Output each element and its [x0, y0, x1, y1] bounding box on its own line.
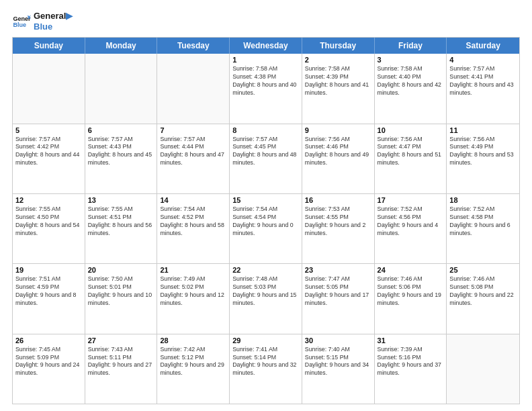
- cell-info: Sunrise: 7:56 AM Sunset: 4:47 PM Dayligh…: [378, 136, 444, 168]
- calendar-cell: [13, 54, 85, 123]
- logo-blue: Blue: [34, 21, 73, 32]
- day-number: 14: [160, 196, 226, 204]
- day-number: 17: [378, 196, 444, 204]
- weekday-header: Friday: [375, 38, 447, 54]
- day-number: 5: [15, 126, 82, 134]
- logo-icon: General Blue: [12, 12, 31, 31]
- calendar-week: 5Sunrise: 7:57 AM Sunset: 4:42 PM Daylig…: [13, 124, 519, 194]
- calendar-cell: 19Sunrise: 7:51 AM Sunset: 4:59 PM Dayli…: [13, 264, 85, 333]
- cell-info: Sunrise: 7:40 AM Sunset: 5:15 PM Dayligh…: [305, 346, 371, 378]
- calendar-cell: 20Sunrise: 7:50 AM Sunset: 5:01 PM Dayli…: [85, 264, 158, 333]
- calendar-cell: 10Sunrise: 7:56 AM Sunset: 4:47 PM Dayli…: [375, 124, 447, 193]
- weekday-header: Tuesday: [157, 38, 230, 54]
- calendar-cell: 22Sunrise: 7:48 AM Sunset: 5:03 PM Dayli…: [230, 264, 302, 333]
- calendar-week: 19Sunrise: 7:51 AM Sunset: 4:59 PM Dayli…: [13, 264, 519, 334]
- calendar-cell: 8Sunrise: 7:57 AM Sunset: 4:45 PM Daylig…: [230, 124, 302, 193]
- cell-info: Sunrise: 7:57 AM Sunset: 4:44 PM Dayligh…: [160, 136, 226, 168]
- cell-info: Sunrise: 7:49 AM Sunset: 5:02 PM Dayligh…: [160, 275, 226, 308]
- weekday-header: Sunday: [13, 38, 85, 54]
- cell-info: Sunrise: 7:50 AM Sunset: 5:01 PM Dayligh…: [88, 275, 154, 308]
- logo: General Blue General▶ Blue: [12, 11, 73, 32]
- day-number: 30: [305, 336, 371, 345]
- calendar-cell: 11Sunrise: 7:56 AM Sunset: 4:49 PM Dayli…: [447, 124, 519, 193]
- cell-info: Sunrise: 7:56 AM Sunset: 4:46 PM Dayligh…: [305, 136, 371, 168]
- day-number: 3: [378, 56, 444, 64]
- calendar-cell: 18Sunrise: 7:52 AM Sunset: 4:58 PM Dayli…: [447, 194, 519, 263]
- calendar-cell: 13Sunrise: 7:55 AM Sunset: 4:51 PM Dayli…: [85, 194, 158, 263]
- calendar-week: 1Sunrise: 7:58 AM Sunset: 4:38 PM Daylig…: [13, 54, 519, 124]
- day-number: 27: [88, 336, 154, 345]
- cell-info: Sunrise: 7:54 AM Sunset: 4:52 PM Dayligh…: [160, 205, 226, 238]
- calendar-cell: 17Sunrise: 7:52 AM Sunset: 4:56 PM Dayli…: [375, 194, 447, 263]
- cell-info: Sunrise: 7:45 AM Sunset: 5:09 PM Dayligh…: [15, 346, 82, 378]
- cell-info: Sunrise: 7:42 AM Sunset: 5:12 PM Dayligh…: [160, 346, 226, 378]
- day-number: 9: [305, 126, 371, 134]
- cell-info: Sunrise: 7:52 AM Sunset: 4:56 PM Dayligh…: [378, 205, 444, 238]
- day-number: 11: [449, 126, 517, 134]
- weekday-header: Thursday: [302, 38, 375, 54]
- calendar: SundayMondayTuesdayWednesdayThursdayFrid…: [12, 37, 520, 404]
- day-number: 7: [160, 126, 226, 134]
- day-number: 16: [305, 196, 371, 204]
- calendar-cell: 14Sunrise: 7:54 AM Sunset: 4:52 PM Dayli…: [157, 194, 230, 263]
- day-number: 28: [160, 336, 226, 345]
- calendar-cell: 27Sunrise: 7:43 AM Sunset: 5:11 PM Dayli…: [85, 334, 158, 404]
- calendar-cell: 6Sunrise: 7:57 AM Sunset: 4:43 PM Daylig…: [85, 124, 158, 193]
- calendar-cell: 21Sunrise: 7:49 AM Sunset: 5:02 PM Dayli…: [157, 264, 230, 333]
- day-number: 31: [378, 336, 444, 345]
- logo-general: General▶: [34, 11, 73, 21]
- calendar-cell: [447, 334, 519, 404]
- cell-info: Sunrise: 7:55 AM Sunset: 4:51 PM Dayligh…: [88, 205, 154, 238]
- page-header: General Blue General▶ Blue: [12, 11, 520, 32]
- day-number: 1: [232, 56, 299, 64]
- calendar-cell: 23Sunrise: 7:47 AM Sunset: 5:05 PM Dayli…: [302, 264, 375, 333]
- day-number: 13: [88, 196, 154, 204]
- day-number: 22: [232, 266, 299, 274]
- cell-info: Sunrise: 7:51 AM Sunset: 4:59 PM Dayligh…: [15, 275, 82, 308]
- calendar-cell: 30Sunrise: 7:40 AM Sunset: 5:15 PM Dayli…: [302, 334, 375, 404]
- calendar-cell: 16Sunrise: 7:53 AM Sunset: 4:55 PM Dayli…: [302, 194, 375, 263]
- cell-info: Sunrise: 7:57 AM Sunset: 4:41 PM Dayligh…: [449, 65, 517, 97]
- weekday-header: Monday: [85, 38, 158, 54]
- calendar-cell: 12Sunrise: 7:55 AM Sunset: 4:50 PM Dayli…: [13, 194, 85, 263]
- cell-info: Sunrise: 7:39 AM Sunset: 5:16 PM Dayligh…: [378, 346, 444, 378]
- cell-info: Sunrise: 7:58 AM Sunset: 4:38 PM Dayligh…: [232, 65, 299, 97]
- cell-info: Sunrise: 7:47 AM Sunset: 5:05 PM Dayligh…: [305, 275, 371, 308]
- calendar-cell: 2Sunrise: 7:58 AM Sunset: 4:39 PM Daylig…: [302, 54, 375, 123]
- cell-info: Sunrise: 7:53 AM Sunset: 4:55 PM Dayligh…: [305, 205, 371, 238]
- cell-info: Sunrise: 7:58 AM Sunset: 4:40 PM Dayligh…: [378, 65, 444, 97]
- day-number: 18: [449, 196, 517, 204]
- calendar-cell: 4Sunrise: 7:57 AM Sunset: 4:41 PM Daylig…: [447, 54, 519, 123]
- calendar-cell: [157, 54, 230, 123]
- calendar-cell: 31Sunrise: 7:39 AM Sunset: 5:16 PM Dayli…: [375, 334, 447, 404]
- cell-info: Sunrise: 7:46 AM Sunset: 5:06 PM Dayligh…: [378, 275, 444, 308]
- day-number: 8: [232, 126, 299, 134]
- calendar-cell: 3Sunrise: 7:58 AM Sunset: 4:40 PM Daylig…: [375, 54, 447, 123]
- cell-info: Sunrise: 7:52 AM Sunset: 4:58 PM Dayligh…: [449, 205, 517, 238]
- calendar-cell: 5Sunrise: 7:57 AM Sunset: 4:42 PM Daylig…: [13, 124, 85, 193]
- cell-info: Sunrise: 7:57 AM Sunset: 4:43 PM Dayligh…: [88, 136, 154, 168]
- calendar-cell: 1Sunrise: 7:58 AM Sunset: 4:38 PM Daylig…: [230, 54, 302, 123]
- day-number: 24: [378, 266, 444, 274]
- weekday-header: Saturday: [447, 38, 519, 54]
- calendar-body: 1Sunrise: 7:58 AM Sunset: 4:38 PM Daylig…: [13, 54, 519, 404]
- calendar-week: 12Sunrise: 7:55 AM Sunset: 4:50 PM Dayli…: [13, 194, 519, 264]
- calendar-cell: 7Sunrise: 7:57 AM Sunset: 4:44 PM Daylig…: [157, 124, 230, 193]
- day-number: 25: [449, 266, 517, 274]
- cell-info: Sunrise: 7:56 AM Sunset: 4:49 PM Dayligh…: [449, 136, 517, 168]
- cell-info: Sunrise: 7:43 AM Sunset: 5:11 PM Dayligh…: [88, 346, 154, 378]
- day-number: 20: [88, 266, 154, 274]
- calendar-cell: 24Sunrise: 7:46 AM Sunset: 5:06 PM Dayli…: [375, 264, 447, 333]
- day-number: 19: [15, 266, 82, 274]
- day-number: 2: [305, 56, 371, 64]
- cell-info: Sunrise: 7:55 AM Sunset: 4:50 PM Dayligh…: [15, 205, 82, 238]
- day-number: 15: [232, 196, 299, 204]
- day-number: 29: [232, 336, 299, 345]
- calendar-cell: 9Sunrise: 7:56 AM Sunset: 4:46 PM Daylig…: [302, 124, 375, 193]
- cell-info: Sunrise: 7:57 AM Sunset: 4:42 PM Dayligh…: [15, 136, 82, 168]
- day-number: 6: [88, 126, 154, 134]
- cell-info: Sunrise: 7:57 AM Sunset: 4:45 PM Dayligh…: [232, 136, 299, 168]
- cell-info: Sunrise: 7:41 AM Sunset: 5:14 PM Dayligh…: [232, 346, 299, 378]
- calendar-cell: 28Sunrise: 7:42 AM Sunset: 5:12 PM Dayli…: [157, 334, 230, 404]
- calendar-header: SundayMondayTuesdayWednesdayThursdayFrid…: [13, 38, 519, 54]
